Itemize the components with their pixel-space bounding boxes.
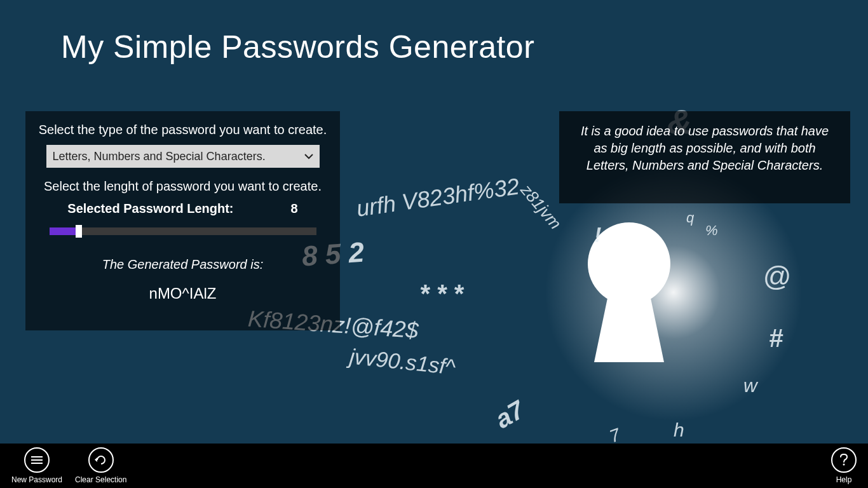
clear-selection-button[interactable]: Clear Selection	[75, 447, 126, 484]
slider-thumb[interactable]	[76, 225, 82, 238]
bg-text: %	[705, 222, 718, 239]
password-type-select[interactable]: Letters, Numbers and Special Characters.	[46, 145, 320, 168]
new-password-label: New Password	[11, 475, 62, 484]
bg-text: #	[769, 324, 783, 353]
undo-icon	[88, 447, 114, 473]
svg-marker-1	[594, 286, 664, 362]
tip-text: It is a good idea to use passwords that …	[581, 124, 829, 172]
bg-text: z81jvm	[517, 180, 566, 233]
generated-label: The Generated Password is:	[38, 257, 327, 272]
bg-text: h	[674, 419, 684, 441]
help-button[interactable]: Help	[831, 447, 857, 484]
svg-marker-5	[95, 458, 97, 462]
generated-password: nMO^IAlZ	[38, 285, 327, 302]
svg-point-6	[843, 464, 845, 466]
selected-length-label: Selected Password Lenght:	[67, 201, 233, 216]
bg-text: urfh V823hf%32	[355, 173, 521, 222]
list-icon	[24, 447, 50, 473]
svg-point-0	[588, 222, 670, 305]
keyhole-icon	[578, 216, 680, 362]
tip-panel: It is a good idea to use passwords that …	[559, 111, 850, 203]
length-row: Selected Password Lenght: 8	[38, 201, 327, 216]
bg-text: jvv90.s1sf^	[348, 344, 456, 379]
generator-panel: Select the type of the password you want…	[25, 111, 340, 330]
selected-length-value: 8	[291, 201, 298, 216]
slider-fill	[50, 227, 79, 235]
help-label: Help	[836, 475, 852, 484]
bg-text: @	[763, 261, 791, 292]
length-label: Select the lenght of password you want t…	[38, 179, 327, 194]
new-password-button[interactable]: New Password	[11, 447, 62, 484]
bg-text: a7	[491, 395, 529, 434]
question-icon	[831, 447, 857, 473]
app-bar: New Password Clear Selection Help	[0, 444, 868, 488]
bg-text: * * *	[419, 280, 463, 308]
bg-text: !	[594, 222, 601, 247]
clear-selection-label: Clear Selection	[75, 475, 126, 484]
page-title: My Simple Passwords Generator	[61, 29, 534, 65]
type-label: Select the type of the password you want…	[38, 123, 327, 137]
bg-text: w	[743, 375, 757, 396]
bg-text: q	[686, 210, 694, 226]
length-slider[interactable]	[50, 227, 316, 235]
type-select-wrap: Letters, Numbers and Special Characters.	[46, 145, 320, 168]
